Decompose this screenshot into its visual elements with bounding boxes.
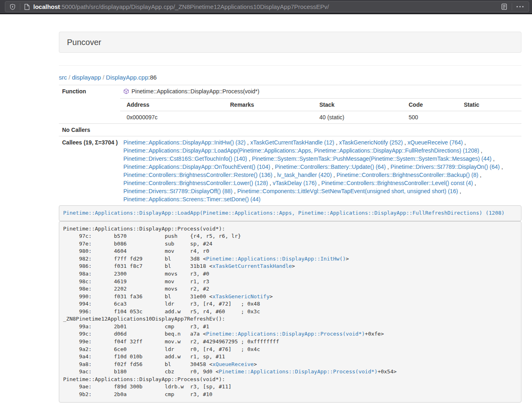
callee-link[interactable]: Pinetime::Controllers::Battery::Update()… <box>275 164 386 170</box>
callee-link[interactable]: Pinetime::Components::LittleVgl::SetNewT… <box>237 188 458 194</box>
toolbar-bottom-edge <box>0 13 532 14</box>
breadcrumb-separator: / <box>101 74 106 81</box>
callees-row: Callees (19, Σ=3704 ) Pinetime::Applicat… <box>59 136 521 206</box>
app-header: Puncover <box>59 32 521 53</box>
url-bar[interactable]: localhost:5000/path/src/displayapp/Displ… <box>5 1 529 12</box>
page-info-icon[interactable] <box>24 4 30 10</box>
remarks-value <box>224 111 313 124</box>
callee-link[interactable]: xTaskGenericNotify (252) <box>339 139 403 146</box>
breadcrumb-file[interactable]: DisplayApp.cpp <box>106 74 148 81</box>
callee-link[interactable]: Pinetime::Applications::Screens::Timer::… <box>123 196 261 202</box>
callee-link[interactable]: Pinetime::Drivers::Cst816S::GetTouchInfo… <box>123 155 247 162</box>
function-name: Pinetime::Applications::DisplayApp::Proc… <box>131 88 259 95</box>
column-static: Static <box>457 99 521 111</box>
no-callers-row: No Callers <box>59 124 521 136</box>
breadcrumb-src[interactable]: src <box>59 74 67 81</box>
code-symbol-link[interactable]: Pinetime::Applications::DisplayApp::Init… <box>206 256 346 262</box>
meatball-menu-icon[interactable] <box>516 6 524 8</box>
callee-link[interactable]: Pinetime::Drivers::St7789::DisplayOn() (… <box>390 164 500 170</box>
column-remarks: Remarks <box>224 99 313 111</box>
breadcrumb-displayapp[interactable]: displayapp <box>72 74 101 81</box>
column-stack: Stack <box>313 99 402 111</box>
function-detail-row: Address Remarks Stack Code Static 0x0000… <box>59 99 521 124</box>
callees-label: Callees (19, Σ=3704 ) <box>59 136 120 206</box>
urlbar-divider <box>512 3 512 10</box>
breadcrumb: src/displayapp/DisplayApp.cpp:86 <box>59 73 521 82</box>
callee-link[interactable]: Pinetime::System::SystemTask::PushMessag… <box>252 155 492 162</box>
function-row: Function Pinetime::Applications::Display… <box>59 85 521 99</box>
callee-link[interactable]: Pinetime::Controllers::BrightnessControl… <box>123 180 268 186</box>
code-symbol-link[interactable]: xQueueReceive <box>212 361 254 367</box>
function-detail-table: Address Remarks Stack Code Static 0x0000… <box>120 99 521 123</box>
app-title: Puncover <box>67 38 101 47</box>
callee-link[interactable]: Pinetime::Drivers::St7789::DisplayOff() … <box>123 188 233 194</box>
breadcrumb-line-number: :86 <box>148 74 157 81</box>
breadcrumb-separator: / <box>67 74 72 81</box>
code-symbol-link[interactable]: Pinetime::Applications::DisplayApp::Proc… <box>219 368 377 375</box>
detail-value-row: 0x0000097c 40 (static) 500 <box>120 111 521 124</box>
code-value: 500 <box>402 111 457 124</box>
page-container: Puncover src/displayapp/DisplayApp.cpp:8… <box>59 32 521 403</box>
column-address: Address <box>120 99 224 111</box>
divider <box>59 65 521 66</box>
function-name-cell: Pinetime::Applications::DisplayApp::Proc… <box>120 85 521 99</box>
code-symbol-link[interactable]: Pinetime::Applications::DisplayApp::Proc… <box>206 331 365 337</box>
no-callers-cell <box>120 124 521 136</box>
address-value: 0x0000097c <box>120 111 224 124</box>
no-callers-label: No Callers <box>59 124 120 136</box>
code-symbol-link[interactable]: xTaskGenericNotify <box>212 293 269 299</box>
callee-link[interactable]: Pinetime::Applications::DisplayApp::Load… <box>123 147 479 154</box>
reader-mode-icon[interactable] <box>501 3 508 10</box>
code-symbol-link[interactable]: xTaskGetCurrentTaskHandle <box>212 263 292 269</box>
url-text[interactable]: localhost:5000/path/src/displayapp/Displ… <box>33 3 501 10</box>
stack-value: 40 (static) <box>313 111 402 124</box>
url-host: localhost <box>33 3 60 10</box>
disassembly-listing: Pinetime::Applications::DisplayApp::Proc… <box>59 221 521 403</box>
urlbar-divider <box>20 3 20 10</box>
callee-link[interactable]: Pinetime::Controllers::BrightnessControl… <box>336 172 478 178</box>
callee-link[interactable]: Pinetime::Controllers::BrightnessControl… <box>123 172 272 178</box>
browser-toolbar: localhost:5000/path/src/displayapp/Displ… <box>0 0 532 13</box>
function-table: Function Pinetime::Applications::Display… <box>59 85 521 205</box>
callee-link[interactable]: xTaskGetCurrentTaskHandle (12) <box>250 139 334 146</box>
callee-link[interactable]: vTaskDelay (176) <box>273 180 317 186</box>
callees-list: Pinetime::Applications::DisplayApp::Init… <box>120 136 521 206</box>
detail-header-row: Address Remarks Stack Code Static <box>120 99 521 111</box>
shield-icon[interactable] <box>9 4 16 10</box>
callee-link[interactable]: Pinetime::Controllers::BrightnessControl… <box>321 180 473 186</box>
callee-link[interactable]: Pinetime::Applications::DisplayApp::OnTo… <box>123 164 270 170</box>
callee-link[interactable]: xQueueReceive (764) <box>407 139 463 146</box>
column-code: Code <box>402 99 457 111</box>
callee-link[interactable]: lv_task_handler (420) <box>277 172 332 178</box>
highlighted-callee-box: Pinetime::Applications::DisplayApp::Load… <box>59 205 521 221</box>
url-path: :5000/path/src/displayapp/DisplayApp.cpp… <box>60 3 329 10</box>
function-row-label: Function <box>59 85 120 124</box>
static-value <box>457 111 521 124</box>
symbol-cube-icon <box>123 88 129 96</box>
callee-link[interactable]: Pinetime::Applications::DisplayApp::Init… <box>123 139 246 146</box>
loadapp-callee-link[interactable]: Pinetime::Applications::DisplayApp::Load… <box>63 210 505 216</box>
